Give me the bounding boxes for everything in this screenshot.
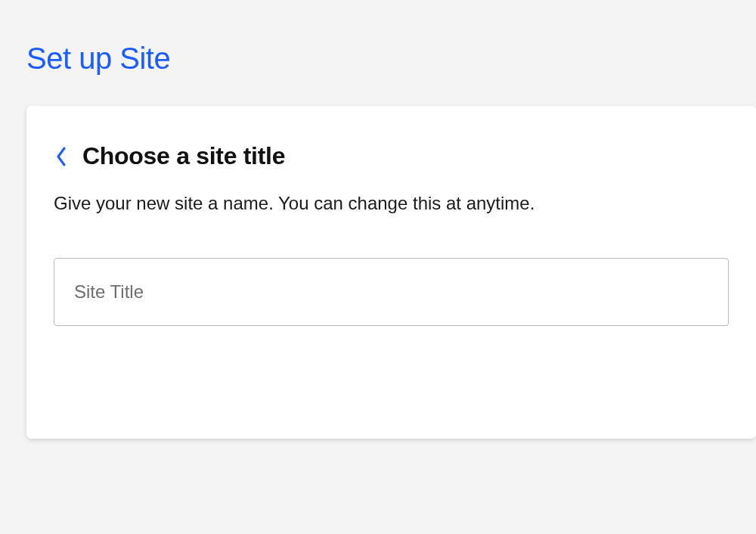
back-icon[interactable] — [54, 145, 69, 168]
setup-card: Choose a site title Give your new site a… — [26, 106, 756, 439]
card-subtext: Give your new site a name. You can chang… — [54, 193, 729, 214]
card-heading-row: Choose a site title — [54, 142, 729, 170]
page-title: Set up Site — [0, 0, 756, 76]
input-row — [54, 258, 729, 326]
card-heading: Choose a site title — [82, 142, 285, 170]
site-title-input[interactable] — [54, 258, 729, 326]
